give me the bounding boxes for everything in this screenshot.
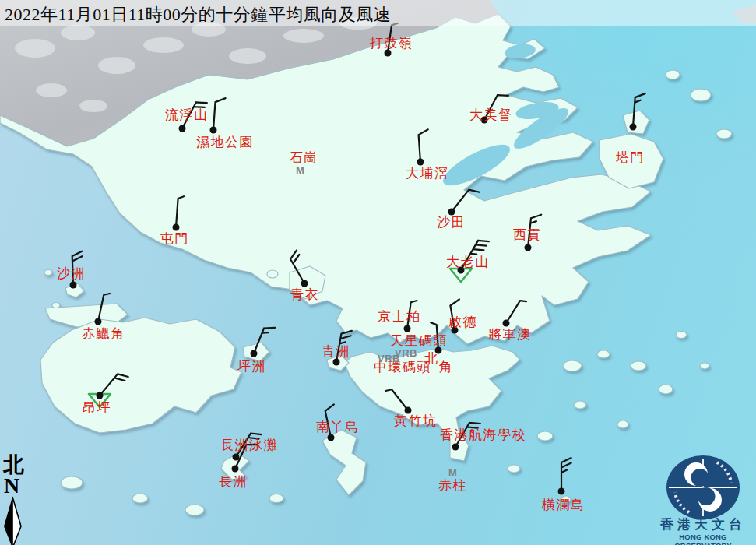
station-dot-sha-chau — [70, 282, 77, 289]
station-dot-kings-park — [404, 325, 411, 332]
station-label-north-point: 北角 — [424, 352, 453, 366]
wind-map-screen: 2022年11月01日11時00分的十分鐘平均風向及風速 打鼓嶺流浮山濕地公園石… — [0, 0, 756, 545]
station-label-tates-cairn: 大老山 — [446, 255, 490, 269]
wind-barb-tai-po-kau — [419, 129, 428, 162]
station-label-wong-chuk-hang: 黃竹坑 — [394, 414, 438, 428]
station-dot-waglan-island — [558, 488, 565, 495]
wind-barb-peng-chau — [254, 328, 275, 353]
wind-barb-tseung-kwan-o — [506, 301, 526, 323]
station-label-sha-chau: 沙洲 — [57, 267, 86, 281]
station-dot-tai-po-kau — [417, 159, 424, 166]
station-label-tsing-yi: 青衣 — [290, 288, 319, 302]
wind-barb-wetland-park — [213, 98, 226, 130]
station-dot-lamma-island — [328, 434, 335, 441]
station-label-tai-po-kau: 大埔滘 — [406, 167, 449, 181]
station-label-ngong-ping: 昂坪 — [83, 401, 111, 415]
wind-barb-ngong-ping — [100, 374, 128, 396]
station-label-tap-mun: 塔門 — [616, 151, 645, 165]
wind-barb-tsing-yi — [290, 250, 304, 283]
station-dot-tsing-yi — [301, 280, 308, 287]
station-label-wetland-park: 濕地公園 — [196, 135, 254, 149]
station-label-sai-kung: 西貢 — [513, 228, 542, 242]
station-dot-tuen-mun — [173, 224, 180, 231]
station-label-green-island: 青洲 — [322, 345, 350, 359]
hko-logo-text: 香港天文台 HONG KONG OBSERVATORY — [652, 517, 754, 545]
hko-name-en: HONG KONG OBSERVATORY — [652, 533, 754, 545]
station-note-central-pier: VRB — [378, 353, 400, 364]
station-note-stanley: M — [448, 467, 457, 479]
station-dot-ngong-ping — [97, 392, 104, 399]
station-label-shek-kong: 石崗 — [290, 151, 318, 165]
wind-barb-tuen-mun — [176, 196, 184, 227]
station-label-lau-fau-shan: 流浮山 — [165, 108, 209, 122]
station-label-cheung-chau-beach: 長洲泳灘 — [220, 438, 278, 452]
compass-needle-icon — [2, 495, 28, 545]
station-dot-chek-lap-kok — [95, 318, 102, 325]
station-dot-cheung-chau-beach — [233, 454, 240, 461]
station-label-waglan-island: 橫瀾島 — [542, 498, 585, 512]
station-dot-tseung-kwan-o — [503, 320, 510, 327]
station-label-chek-lap-kok: 赤鱲角 — [82, 327, 125, 341]
wind-barb-chek-lap-kok — [98, 294, 110, 322]
wind-barb-waglan-island — [561, 458, 571, 491]
station-dot-cheung-chau — [232, 466, 239, 473]
wind-barb-sha-tin — [452, 190, 480, 212]
station-label-stanley: 赤柱 — [438, 479, 467, 493]
station-label-lamma-island: 南丫島 — [316, 420, 360, 434]
station-dot-sai-kung — [525, 244, 532, 251]
station-label-ta-kwu-ling: 打鼓嶺 — [370, 37, 413, 51]
compass-north-zh: 北 — [3, 455, 33, 476]
station-dot-peng-chau — [251, 350, 258, 357]
station-dot-wetland-park — [210, 127, 217, 134]
station-dot-green-island — [333, 359, 340, 366]
map-title: 2022年11月01日11時00分的十分鐘平均風向及風速 — [5, 3, 391, 26]
station-label-hk-sea-school: 香港航海學校 — [440, 428, 526, 442]
station-symbols-layer — [0, 0, 756, 545]
station-dot-tap-mun — [630, 124, 637, 131]
station-dot-lau-fau-shan — [179, 125, 186, 132]
compass-north-en: N — [4, 476, 33, 495]
station-label-tseung-kwan-o: 將軍澳 — [488, 328, 532, 342]
station-label-cheung-chau: 長洲 — [219, 475, 248, 489]
station-label-kai-tak: 啟德 — [448, 315, 477, 329]
station-dot-hk-sea-school — [452, 444, 459, 451]
station-note-shek-kong: M — [296, 164, 304, 176]
station-label-tai-mei-tuk: 大美督 — [469, 108, 513, 122]
hko-logo-icon — [658, 453, 751, 523]
station-label-sha-tin: 沙田 — [437, 216, 466, 230]
station-label-kings-park: 京士柏 — [378, 310, 421, 324]
wind-barb-wong-chuk-hang — [385, 389, 408, 410]
station-label-tuen-mun: 屯門 — [160, 232, 189, 246]
station-label-star-ferry: 天星碼頭 — [390, 334, 448, 348]
hko-name-zh: 香港天文台 — [652, 517, 754, 533]
wind-barb-tap-mun — [633, 93, 645, 127]
station-label-peng-chau: 坪洲 — [237, 360, 266, 374]
compass: 北 N — [2, 455, 33, 545]
